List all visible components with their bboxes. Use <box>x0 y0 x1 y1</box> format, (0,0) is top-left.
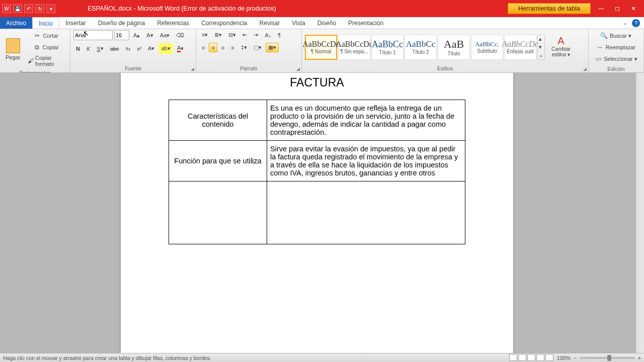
ribbon: Pegar ✂Cortar ⧉Copiar 🖌Copiar formato Po… <box>0 29 644 73</box>
bullets-button[interactable]: ≡▾ <box>199 30 210 40</box>
table-row: Características del contenido Es una es … <box>169 100 465 141</box>
tab-correspondencia[interactable]: Correspondencia <box>195 17 253 29</box>
find-button[interactable]: 🔍Buscar ▾ <box>592 30 640 41</box>
tab-diseno-pagina[interactable]: Diseño de página <box>92 17 151 29</box>
tab-diseno[interactable]: Diseño <box>311 17 342 29</box>
styles-scroll-up-icon[interactable]: ▴ <box>539 36 543 42</box>
style-titulo[interactable]: AaBTítulo <box>438 35 470 60</box>
line-spacing-button[interactable]: ‡▾ <box>238 43 250 52</box>
grow-font-button[interactable]: A▴ <box>131 31 142 40</box>
inc-indent-button[interactable]: ⇥ <box>251 30 261 40</box>
shrink-font-button[interactable]: A▾ <box>144 31 155 40</box>
view-buttons[interactable] <box>509 354 554 362</box>
superscript-button[interactable]: x² <box>134 43 144 54</box>
minimize-icon[interactable]: — <box>595 5 608 13</box>
redo-icon[interactable]: ↻ <box>35 4 44 13</box>
select-button[interactable]: ▭Seleccionar ▾ <box>592 53 640 64</box>
align-right-button[interactable]: ≡ <box>219 43 227 52</box>
styles-expand-icon[interactable]: ⌄ <box>539 52 543 58</box>
font-name-input[interactable] <box>73 30 113 40</box>
vertical-scrollbar[interactable] <box>636 73 644 353</box>
table-row: Función para que se utiliza Sirve para e… <box>169 141 465 182</box>
select-icon: ▭ <box>594 55 602 63</box>
cell-empty-left[interactable] <box>169 182 267 244</box>
cell-empty-right[interactable] <box>267 182 465 244</box>
style-enfasis[interactable]: AaBbCcDcÉnfasis sutil <box>504 35 536 60</box>
paste-button[interactable]: Pegar <box>3 37 23 62</box>
justify-button[interactable]: ≡ <box>228 43 236 52</box>
bold-button[interactable]: N <box>73 43 83 54</box>
text-effects-button[interactable]: A▾ <box>145 43 157 54</box>
underline-button[interactable]: S ▾ <box>94 43 106 54</box>
tab-archivo[interactable]: Archivo <box>0 17 32 29</box>
scissors-icon: ✂ <box>33 32 41 40</box>
tab-inicio[interactable]: Inicio <box>32 17 59 29</box>
highlight-button[interactable]: ab▾ <box>158 43 173 54</box>
subscript-button[interactable]: x₂ <box>123 43 133 54</box>
style-normal[interactable]: AaBbCcDc¶ Normal <box>305 35 337 60</box>
tab-referencias[interactable]: Referencias <box>151 17 195 29</box>
tab-insertar[interactable]: Insertar <box>59 17 92 29</box>
font-color-button[interactable]: A▾ <box>175 43 186 54</box>
paragraph-launcher-icon[interactable]: ◢ <box>296 66 300 71</box>
doc-table[interactable]: Características del contenido Es una es … <box>169 100 465 244</box>
replace-icon: ↔ <box>596 43 604 51</box>
tab-revisar[interactable]: Revisar <box>254 17 286 29</box>
dec-indent-button[interactable]: ⇤ <box>240 30 250 40</box>
shading-button[interactable]: ▢▾ <box>251 43 264 52</box>
zoom-out-icon[interactable]: − <box>574 355 577 361</box>
help-icon[interactable]: ? <box>632 19 640 27</box>
table-tools-context-tab: Herramientas de tabla <box>508 3 591 14</box>
cell-funcion-label[interactable]: Función para que se utiliza <box>169 141 267 182</box>
change-case-button[interactable]: Aa▾ <box>157 31 172 40</box>
brush-icon: 🖌 <box>27 57 34 65</box>
format-painter-button[interactable]: 🖌Copiar formato <box>25 53 67 68</box>
styles-launcher-icon[interactable]: ◢ <box>583 66 587 71</box>
style-titulo2[interactable]: AaBbCcTítulo 2 <box>405 35 437 60</box>
save-icon[interactable]: 💾 <box>13 4 22 13</box>
paste-icon <box>6 38 20 53</box>
font-size-input[interactable] <box>114 30 129 40</box>
document-page[interactable]: FACTURA Características del contenido Es… <box>121 73 513 353</box>
styles-gallery[interactable]: AaBbCcDc¶ Normal AaBbCcDc¶ Sin espa... A… <box>305 35 545 60</box>
strike-button[interactable]: abc <box>108 43 122 54</box>
font-launcher-icon[interactable]: ◢ <box>191 66 194 71</box>
title-bar: W 💾 ↶ ↻ ▾ ESPAÑOL.docx - Microsoft Word … <box>0 0 644 17</box>
zoom-slider[interactable] <box>580 357 635 359</box>
minimize-ribbon-icon[interactable]: ⌄ <box>621 19 629 27</box>
close-icon[interactable]: ✕ <box>627 5 640 13</box>
document-workspace: FACTURA Características del contenido Es… <box>0 73 644 353</box>
borders-button[interactable]: ▦▾ <box>266 43 279 52</box>
zoom-in-icon[interactable]: + <box>638 355 641 361</box>
numbering-button[interactable]: ≣▾ <box>212 30 224 40</box>
style-sin-espaciado[interactable]: AaBbCcDc¶ Sin espa... <box>338 35 370 60</box>
find-icon: 🔍 <box>600 32 608 40</box>
sort-button[interactable]: A↓ <box>262 30 274 40</box>
styles-scroll-down-icon[interactable]: ▾ <box>539 44 543 50</box>
status-hint: Haga clic con el mouse y arrastre para c… <box>3 355 211 361</box>
style-subtitulo[interactable]: AaBbCc.Subtítulo <box>471 35 503 60</box>
undo-icon[interactable]: ↶ <box>24 4 33 13</box>
status-bar: Haga clic con el mouse y arrastre para c… <box>0 353 644 362</box>
replace-button[interactable]: ↔Reemplazar <box>592 42 640 53</box>
window-title: ESPAÑOL.docx - Microsoft Word (Error de … <box>57 5 498 12</box>
show-marks-button[interactable]: ¶ <box>275 30 283 40</box>
cell-funcion-text[interactable]: Sirve para evitar la evasión de impuesto… <box>267 141 465 182</box>
multilevel-button[interactable]: ⊟▾ <box>226 30 238 40</box>
copy-button[interactable]: ⧉Copiar <box>25 42 67 53</box>
ribbon-tabs: Archivo Inicio Insertar Diseño de página… <box>0 17 644 29</box>
qat-more-icon[interactable]: ▾ <box>46 4 55 13</box>
tab-presentacion[interactable]: Presentación <box>342 17 389 29</box>
tab-vista[interactable]: Vista <box>286 17 311 29</box>
italic-button[interactable]: K <box>84 43 93 54</box>
clear-format-button[interactable]: ⌫ <box>174 31 187 40</box>
cut-button[interactable]: ✂Cortar <box>25 30 67 41</box>
style-titulo1[interactable]: AaBbCcTítulo 1 <box>371 35 404 60</box>
cell-caracteristicas-label[interactable]: Características del contenido <box>169 100 267 141</box>
maximize-icon[interactable]: ◻ <box>611 5 624 13</box>
word-icon[interactable]: W <box>2 4 11 13</box>
cell-caracteristicas-text[interactable]: Es una es un documento que refleja la en… <box>267 100 465 141</box>
align-left-button[interactable]: ≡ <box>199 43 207 52</box>
align-center-button[interactable]: ≡ <box>209 43 217 52</box>
change-styles-button[interactable]: A Cambiar estilos ▾ <box>547 36 575 59</box>
